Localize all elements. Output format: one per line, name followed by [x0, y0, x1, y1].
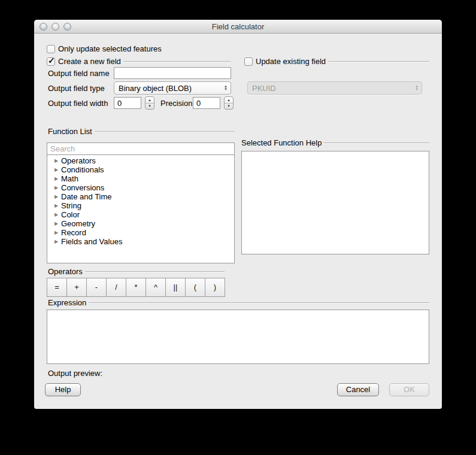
operator-minus-button[interactable]: - — [86, 278, 106, 296]
expression-label: Expression — [48, 298, 86, 307]
tree-expander-icon[interactable]: ▶ — [51, 230, 61, 235]
expression-editor[interactable] — [47, 310, 429, 364]
operator-multiply-button[interactable]: * — [126, 278, 145, 296]
tree-item-geometry[interactable]: ▶Geometry — [47, 219, 234, 228]
precision-input[interactable] — [193, 97, 220, 109]
tree-expander-icon[interactable]: ▶ — [51, 194, 61, 199]
window-title: Field calculator — [34, 20, 442, 34]
function-help-panel — [241, 151, 429, 254]
precision-label: Precision — [160, 99, 192, 108]
operator-plus-button[interactable]: + — [66, 278, 86, 296]
group-divider — [328, 61, 429, 62]
function-search-input[interactable] — [47, 142, 235, 155]
output-preview-label: Output preview: — [48, 369, 102, 378]
tree-item-color[interactable]: ▶Color — [47, 210, 234, 219]
tree-expander-icon[interactable]: ▶ — [51, 203, 61, 208]
tree-item-conditionals[interactable]: ▶Conditionals — [47, 165, 234, 174]
output-field-name-label: Output field name — [48, 69, 110, 78]
operator-power-button[interactable]: ^ — [145, 278, 165, 296]
group-divider — [89, 302, 429, 304]
operator-close-paren-button[interactable]: ) — [205, 278, 225, 296]
output-field-type-select[interactable]: Binary object (BLOB) ▲▼ — [114, 81, 231, 95]
function-list-label: Function List — [48, 127, 92, 136]
selected-existing-field-value: PKUID — [252, 84, 276, 93]
existing-field-select: PKUID ▲▼ — [247, 81, 422, 95]
tree-expander-icon[interactable]: ▶ — [51, 221, 61, 226]
group-divider — [85, 271, 225, 272]
selected-type-value: Binary object (BLOB) — [119, 84, 192, 93]
minimize-window-icon[interactable] — [51, 23, 59, 31]
tree-expander-icon[interactable]: ▶ — [51, 167, 61, 172]
output-field-width-input[interactable] — [114, 97, 141, 109]
tree-item-record[interactable]: ▶Record — [47, 228, 234, 237]
stepper-up-icon[interactable]: ▲ — [145, 97, 154, 104]
checkmark-icon: ✓ — [48, 56, 55, 65]
ok-button[interactable]: OK — [389, 383, 429, 396]
output-field-name-input[interactable] — [114, 67, 231, 79]
operator-open-paren-button[interactable]: ( — [185, 278, 205, 296]
tree-expander-icon[interactable]: ▶ — [51, 239, 61, 244]
only-update-label: Only update selected features — [58, 44, 162, 53]
operators-toolbar: = + - / * ^ || ( ) — [47, 278, 225, 297]
function-tree[interactable]: ▶Operators ▶Conditionals ▶Math ▶Conversi… — [47, 155, 235, 263]
checkbox-box[interactable]: ✓ — [47, 57, 55, 66]
only-update-checkbox[interactable]: Only update selected features — [47, 44, 162, 53]
tree-item-math[interactable]: ▶Math — [47, 174, 234, 183]
width-stepper[interactable]: ▲ ▼ — [145, 96, 154, 110]
help-button[interactable]: Help — [45, 383, 81, 396]
tree-item-string[interactable]: ▶String — [47, 201, 234, 210]
tree-expander-icon[interactable]: ▶ — [51, 185, 61, 190]
tree-expander-icon[interactable]: ▶ — [51, 158, 61, 163]
selected-function-help-label: Selected Function Help — [241, 138, 322, 147]
create-new-field-label: Create a new field — [58, 57, 121, 66]
update-existing-label: Update existing field — [256, 57, 326, 66]
precision-stepper[interactable]: ▲ ▼ — [224, 96, 234, 110]
close-window-icon[interactable] — [40, 23, 47, 31]
output-field-width-label: Output field width — [48, 99, 108, 108]
update-existing-checkbox[interactable]: Update existing field — [244, 57, 429, 66]
group-divider — [123, 61, 231, 62]
stepper-down-icon[interactable]: ▼ — [145, 104, 154, 110]
operator-divide-button[interactable]: / — [106, 278, 126, 296]
stepper-down-icon[interactable]: ▼ — [225, 104, 233, 110]
field-calculator-dialog: Field calculator Only update selected fe… — [34, 20, 442, 409]
combo-arrows-icon: ▲▼ — [224, 85, 228, 91]
zoom-window-icon[interactable] — [63, 23, 71, 31]
checkbox-box[interactable] — [244, 57, 253, 66]
operator-concat-button[interactable]: || — [165, 278, 185, 296]
output-field-type-label: Output field type — [48, 84, 105, 93]
group-divider — [324, 142, 429, 144]
title-bar[interactable]: Field calculator — [34, 20, 442, 34]
tree-expander-icon[interactable]: ▶ — [51, 212, 61, 217]
tree-item-operators[interactable]: ▶Operators — [47, 156, 234, 165]
operator-equals-button[interactable]: = — [47, 278, 66, 296]
tree-item-date-and-time[interactable]: ▶Date and Time — [47, 192, 234, 201]
checkbox-box[interactable] — [47, 45, 55, 53]
tree-item-fields-and-values[interactable]: ▶Fields and Values — [47, 237, 234, 246]
create-new-field-checkbox[interactable]: ✓ Create a new field — [47, 57, 231, 66]
stepper-up-icon[interactable]: ▲ — [225, 97, 233, 104]
group-divider — [95, 131, 235, 132]
operators-label: Operators — [48, 267, 83, 276]
combo-arrows-icon: ▲▼ — [415, 85, 419, 91]
tree-item-conversions[interactable]: ▶Conversions — [47, 183, 234, 192]
tree-expander-icon[interactable]: ▶ — [51, 176, 61, 181]
cancel-button[interactable]: Cancel — [337, 383, 379, 396]
